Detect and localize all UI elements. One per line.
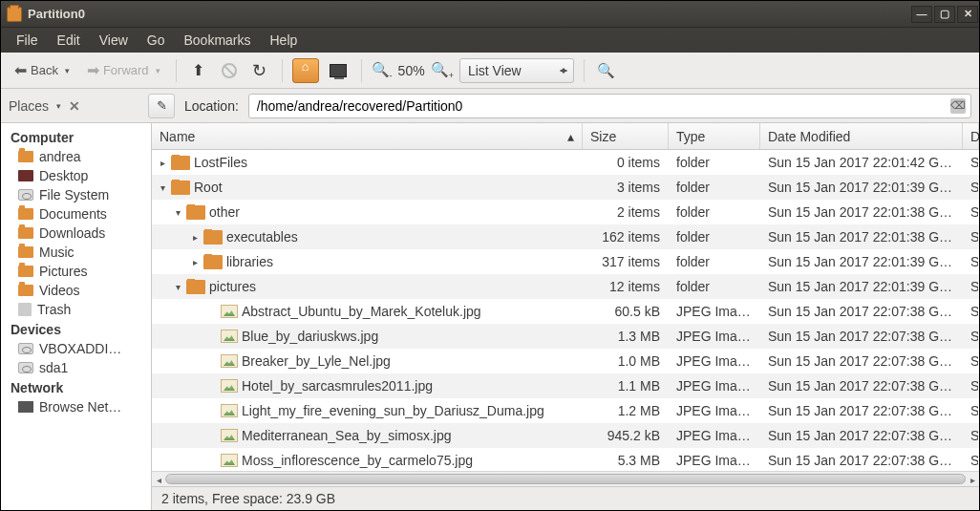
sidebar-item[interactable]: File System: [1, 185, 151, 204]
menu-go[interactable]: Go: [138, 30, 175, 51]
column-type[interactable]: Type: [669, 123, 760, 149]
stop-button[interactable]: [217, 58, 242, 83]
file-name: Hotel_by_sarcasmrules2011.jpg: [242, 378, 433, 394]
file-size: 1.1 MB: [583, 378, 669, 394]
file-row[interactable]: ▾Root3 itemsfolderSun 15 Jan 2017 22:01:…: [152, 175, 979, 200]
sidebar-item[interactable]: andrea: [1, 147, 151, 166]
file-row[interactable]: Mediterranean_Sea_by_simosx.jpg945.2 kBJ…: [152, 423, 979, 448]
expander-icon[interactable]: ▸: [190, 257, 200, 267]
menu-view[interactable]: View: [90, 30, 138, 51]
file-row[interactable]: Hotel_by_sarcasmrules2011.jpg1.1 MBJPEG …: [152, 373, 979, 398]
file-row[interactable]: Light_my_fire_evening_sun_by_Dariusz_Dum…: [152, 398, 979, 423]
file-row[interactable]: ▸LostFiles0 itemsfolderSun 15 Jan 2017 2…: [152, 150, 979, 175]
drive-icon: [18, 189, 33, 201]
column-size[interactable]: Size: [583, 123, 669, 149]
file-date: Sun 15 Jan 2017 22:01:39 GMT: [760, 180, 963, 195]
zoom-in-button[interactable]: 🔍+: [431, 61, 454, 80]
reload-button[interactable]: ↻: [247, 58, 272, 83]
file-row[interactable]: Moss_inflorescence_by_carmelo75.jpg5.3 M…: [152, 448, 979, 471]
sidebar-item[interactable]: Trash: [1, 300, 151, 319]
sidebar-item[interactable]: sda1: [1, 358, 151, 377]
file-row[interactable]: Abstract_Ubuntu_by_Marek_Koteluk.jpg60.5…: [152, 299, 979, 324]
search-button[interactable]: 🔍: [594, 58, 619, 83]
titlebar[interactable]: Partition0 — ▢ ✕: [1, 1, 979, 28]
chevron-down-icon: ▾: [156, 66, 160, 75]
desktop-icon: [18, 170, 33, 181]
sidebar-item[interactable]: Downloads: [1, 224, 151, 243]
chevron-down-icon[interactable]: ▾: [56, 101, 61, 111]
file-row[interactable]: ▸libraries317 itemsfolderSun 15 Jan 2017…: [152, 249, 979, 274]
expander-icon[interactable]: ▸: [190, 232, 200, 243]
sidebar-item-label: VBOXADDI…: [39, 341, 121, 356]
folder-icon: [18, 266, 33, 277]
forward-button[interactable]: ➡ Forward ▾: [81, 59, 166, 82]
file-row[interactable]: ▾other2 itemsfolderSun 15 Jan 2017 22:01…: [152, 200, 979, 224]
window-title: Partition0: [28, 7, 910, 21]
file-list[interactable]: ▸LostFiles0 itemsfolderSun 15 Jan 2017 2…: [152, 150, 979, 471]
sidebar-item[interactable]: Pictures: [1, 262, 151, 281]
home-button[interactable]: ⌂: [292, 58, 319, 83]
expander-icon[interactable]: ▾: [173, 282, 182, 292]
edit-location-button[interactable]: ✎: [148, 94, 175, 118]
location-bar: Places ▾ ✕ ✎ Location: ⌫: [1, 89, 979, 123]
file-row[interactable]: ▾pictures12 itemsfolderSun 15 Jan 2017 2…: [152, 274, 979, 299]
scroll-left-icon[interactable]: ◂: [152, 472, 165, 487]
file-row[interactable]: ▸executables162 itemsfolderSun 15 Jan 20…: [152, 224, 979, 249]
arrow-right-icon: ➡: [87, 63, 99, 78]
sidebar-group-title: Network: [1, 377, 151, 397]
computer-button[interactable]: [325, 58, 352, 83]
file-extra: S: [963, 279, 979, 294]
menu-bookmarks[interactable]: Bookmarks: [174, 30, 260, 51]
file-extra: S: [963, 378, 979, 394]
sidebar-group-title: Computer: [1, 127, 151, 147]
image-icon: [221, 379, 238, 393]
location-input[interactable]: [248, 94, 971, 118]
file-row[interactable]: Blue_by_dariuskws.jpg1.3 MBJPEG ImageSun…: [152, 324, 979, 349]
menu-file[interactable]: File: [7, 30, 48, 51]
sidebar-item-label: File System: [39, 187, 109, 202]
clear-location-button[interactable]: ⌫: [950, 98, 966, 114]
folder-icon: [18, 246, 33, 258]
minimize-button[interactable]: —: [911, 6, 932, 23]
file-date: Sun 15 Jan 2017 22:01:39 GMT: [760, 279, 963, 294]
up-button[interactable]: ⬆: [186, 58, 211, 83]
expander-icon[interactable]: ▸: [158, 158, 167, 168]
maximize-button[interactable]: ▢: [934, 6, 955, 23]
close-places-button[interactable]: ✕: [69, 98, 80, 114]
file-date: Sun 15 Jan 2017 22:07:38 GMT: [760, 453, 963, 468]
sidebar-item[interactable]: VBOXADDI…: [1, 339, 151, 358]
view-mode-select[interactable]: List View: [459, 58, 574, 83]
expander-icon[interactable]: ▾: [173, 207, 182, 218]
expander-icon[interactable]: ▾: [158, 182, 167, 193]
file-date: Sun 15 Jan 2017 22:07:38 GMT: [760, 403, 963, 418]
file-extra: S: [963, 353, 979, 369]
sidebar-item[interactable]: Desktop: [1, 166, 151, 185]
home-icon: ⌂: [293, 59, 318, 74]
menu-edit[interactable]: Edit: [48, 30, 90, 51]
folder-icon: [18, 227, 33, 239]
file-size: 162 items: [583, 229, 669, 245]
menu-help[interactable]: Help: [261, 30, 308, 51]
file-name: Mediterranean_Sea_by_simosx.jpg: [242, 428, 451, 443]
reload-icon: ↻: [252, 60, 266, 81]
sidebar-item[interactable]: Music: [1, 243, 151, 262]
column-name[interactable]: Name▴: [152, 123, 583, 149]
folder-icon: [18, 151, 33, 162]
scrollbar-thumb[interactable]: [165, 474, 966, 484]
file-extra: S: [963, 304, 979, 319]
file-date: Sun 15 Jan 2017 22:01:39 GMT: [760, 254, 963, 269]
file-type: JPEG Image: [669, 378, 760, 394]
file-size: 1.0 MB: [583, 353, 669, 369]
close-button[interactable]: ✕: [957, 6, 978, 23]
sidebar-item[interactable]: Documents: [1, 204, 151, 224]
horizontal-scrollbar[interactable]: ◂ ▸: [152, 471, 979, 486]
scroll-right-icon[interactable]: ▸: [966, 472, 979, 487]
back-button[interactable]: ⬅ Back ▾: [9, 59, 75, 82]
zoom-out-button[interactable]: 🔍-: [372, 61, 393, 80]
column-date[interactable]: Date Modified: [760, 123, 963, 149]
file-name: Root: [194, 180, 223, 195]
sidebar-item[interactable]: Browse Net…: [1, 397, 151, 416]
sidebar-item[interactable]: Videos: [1, 281, 151, 300]
column-extra[interactable]: D: [963, 123, 979, 149]
file-row[interactable]: Breaker_by_Lyle_Nel.jpg1.0 MBJPEG ImageS…: [152, 349, 979, 373]
